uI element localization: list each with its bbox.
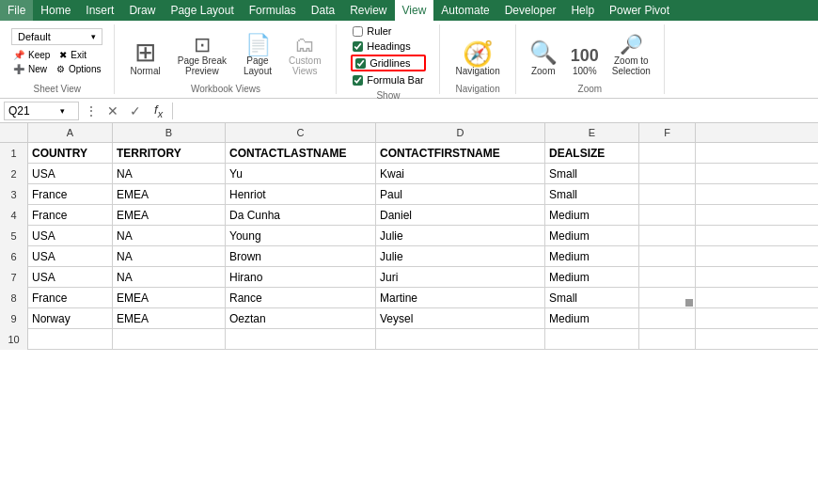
cell-a7[interactable]: USA [28,267,113,288]
cell-c4[interactable]: Da Cunha [226,205,376,226]
menu-power-pivot[interactable]: Power Pivot [602,0,677,21]
cell-b3[interactable]: EMEA [113,184,226,205]
sheet-view-exit[interactable]: ✖ Exit [57,49,88,61]
cell-e5[interactable]: Medium [545,226,639,246]
menu-developer[interactable]: Developer [497,0,564,21]
col-header-f[interactable]: F [639,123,696,142]
menu-file[interactable]: File [0,0,33,21]
cell-a2[interactable]: USA [28,164,113,184]
menu-draw[interactable]: Draw [121,0,163,21]
gridlines-checkbox[interactable] [355,58,366,69]
cell-f8[interactable] [639,288,696,308]
col-header-c[interactable]: C [226,123,376,142]
menu-review[interactable]: Review [342,0,394,21]
cell-b5[interactable]: NA [113,226,226,246]
page-layout-button[interactable]: 📄 PageLayout [236,31,279,80]
cell-c7[interactable]: Hirano [226,267,376,288]
cell-d6[interactable]: Julie [376,246,545,267]
sheet-view-keep[interactable]: 📌 Keep [11,49,52,61]
cell-c9[interactable]: Oeztan [226,308,376,329]
cell-d10[interactable] [376,329,545,350]
cell-c8[interactable]: Rance [226,288,376,308]
normal-view-button[interactable]: ⊞ Normal [122,36,167,80]
headings-checkbox-item[interactable]: Headings [351,39,426,53]
name-box-dropdown[interactable]: ▾ [60,106,65,116]
cell-d3[interactable]: Paul [376,184,545,205]
cell-b1[interactable]: TERRITORY [113,143,226,164]
cell-a10[interactable] [28,329,113,350]
cell-f2[interactable] [639,164,696,184]
menu-automate[interactable]: Automate [433,0,496,21]
ruler-checkbox[interactable] [353,26,363,37]
cell-b2[interactable]: NA [113,164,226,184]
cell-e8[interactable]: Small [545,288,639,308]
sheet-view-dropdown[interactable]: Default ▾ [11,28,102,45]
custom-views-button[interactable]: 🗂 CustomViews [281,31,328,80]
page-break-button[interactable]: ⊡ Page BreakPreview [170,31,234,80]
name-box-input[interactable] [8,104,60,118]
sheet-view-options[interactable]: ⚙ Options [55,63,102,75]
cell-a4[interactable]: France [28,205,113,226]
cell-f4[interactable] [639,205,696,226]
cell-e3[interactable]: Small [545,184,639,205]
cell-e4[interactable]: Medium [545,205,639,226]
cell-e9[interactable]: Medium [545,308,639,329]
cell-e10[interactable] [545,329,639,350]
cell-d7[interactable]: Juri [376,267,545,288]
col-header-e[interactable]: E [545,123,639,142]
cell-f9[interactable] [639,308,696,329]
cancel-button[interactable]: ✕ [103,103,122,118]
cell-e1[interactable]: DEALSIZE [545,143,639,164]
fx-button[interactable]: fx [149,102,168,119]
cell-d1[interactable]: CONTACTFIRSTNAME [376,143,545,164]
zoom-100-button[interactable]: 100 100% [565,42,605,80]
cell-a5[interactable]: USA [28,226,113,246]
cell-e2[interactable]: Small [545,164,639,184]
cell-a9[interactable]: Norway [28,308,113,329]
cell-d8[interactable]: Martine [376,288,545,308]
cell-f1[interactable] [639,143,696,164]
formula-bar-checkbox[interactable] [353,75,363,86]
cell-c1[interactable]: CONTACTLASTNAME [226,143,376,164]
formula-bar-checkbox-item[interactable]: Formula Bar [351,73,426,87]
cell-c5[interactable]: Young [226,226,376,246]
cell-b6[interactable]: NA [113,246,226,267]
cell-c2[interactable]: Yu [226,164,376,184]
menu-insert[interactable]: Insert [78,0,121,21]
menu-page-layout[interactable]: Page Layout [163,0,241,21]
cell-b9[interactable]: EMEA [113,308,226,329]
cell-b7[interactable]: NA [113,267,226,288]
col-header-a[interactable]: A [28,123,113,142]
cell-d9[interactable]: Veysel [376,308,545,329]
cell-f7[interactable] [639,267,696,288]
cell-a6[interactable]: USA [28,246,113,267]
menu-help[interactable]: Help [563,0,602,21]
cell-b4[interactable]: EMEA [113,205,226,226]
cell-e6[interactable]: Medium [545,246,639,267]
gridlines-checkbox-item[interactable]: Gridlines [351,55,426,71]
cell-a8[interactable]: France [28,288,113,308]
sheet-view-new[interactable]: ➕ New [11,63,49,75]
cell-c6[interactable]: Brown [226,246,376,267]
headings-checkbox[interactable] [353,41,363,52]
cell-c3[interactable]: Henriot [226,184,376,205]
menu-data[interactable]: Data [304,0,342,21]
cell-f3[interactable] [639,184,696,205]
cell-d5[interactable]: Julie [376,226,545,246]
col-header-b[interactable]: B [113,123,226,142]
formula-input[interactable] [177,102,814,120]
cell-f5[interactable] [639,226,696,246]
confirm-button[interactable]: ✓ [126,103,145,118]
ruler-checkbox-item[interactable]: Ruler [351,24,426,38]
navigation-button[interactable]: 🧭 Navigation [448,38,507,80]
formula-bar-menu[interactable]: ⋮ [83,103,100,118]
cell-d2[interactable]: Kwai [376,164,545,184]
zoom-selection-button[interactable]: 🔎 Zoom toSelection [606,29,656,80]
cell-a3[interactable]: France [28,184,113,205]
cell-e7[interactable]: Medium [545,267,639,288]
cell-d4[interactable]: Daniel [376,205,545,226]
menu-formulas[interactable]: Formulas [242,0,304,21]
cell-b10[interactable] [113,329,226,350]
col-header-d[interactable]: D [376,123,545,142]
cell-a1[interactable]: COUNTRY [28,143,113,164]
